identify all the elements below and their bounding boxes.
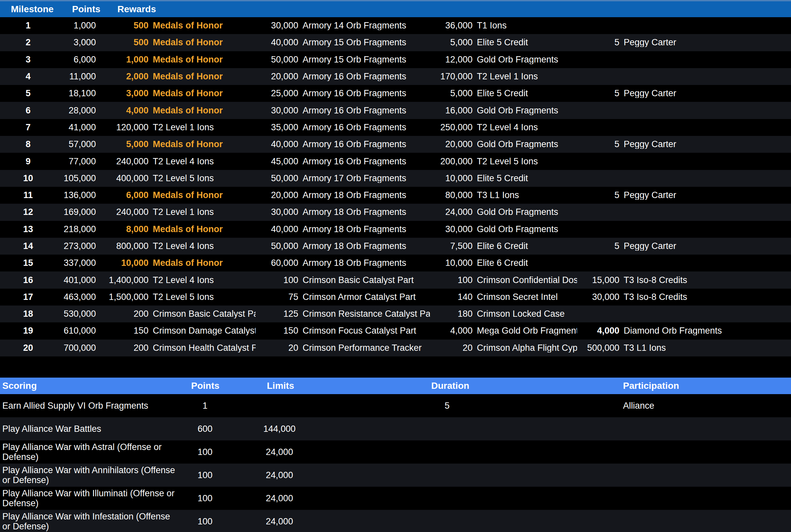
reward-3-label: Elite 5 Credit [473,174,577,183]
reward-2-qty: 20 [256,344,298,353]
scoring-limits: 24,000 [225,516,334,527]
reward-4-qty: 4,000 [577,326,619,335]
reward-4-label: T3 Iso-8 Credits [619,276,791,285]
reward-3-label: Gold Orb Fragments [473,225,577,234]
milestone-row: 2 3,000 500 Medals of Honor 40,000 Armor… [0,34,791,51]
reward-2-label: Armory 16 Orb Fragments [298,106,430,115]
reward-2-label: Crimson Armor Catalyst Part [298,292,430,302]
milestone-points: 3,000 [56,38,96,47]
milestone-number: 12 [0,208,56,216]
reward-2-label: Armory 18 Orb Fragments [298,208,430,216]
reward-2-label: Armory 16 Orb Fragments [298,89,430,98]
milestone-number: 1 [0,21,56,30]
reward-2-qty: 35,000 [256,123,298,132]
milestone-number: 18 [0,309,56,318]
reward-1-qty: 5,000 [96,140,149,149]
reward-2-label: Armory 16 Orb Fragments [298,157,430,166]
scoring-activity: Play Alliance War Battles [0,424,176,434]
reward-3-label: Gold Orb Fragments [473,106,577,115]
reward-3-qty: 36,000 [430,21,473,30]
scoring-points: 100 [185,447,225,457]
reward-4-qty: 5 [577,140,619,149]
milestone-number: 15 [0,259,56,267]
reward-2-label: Crimson Focus Catalyst Part [298,326,430,335]
reward-3-qty: 140 [430,292,473,302]
reward-2-qty: 20,000 [256,191,298,200]
header-duration: Duration [431,381,469,391]
reward-1-qty: 3,000 [96,89,149,98]
reward-1-qty: 1,500,000 [96,292,149,302]
header-limits: Limits [267,381,294,391]
reward-3-qty: 250,000 [430,123,473,132]
reward-1-label: Medals of Honor [149,259,256,267]
milestone-number: 17 [0,292,56,302]
milestone-row: 10 105,000 400,000 T2 Level 5 Ions 50,00… [0,170,791,187]
reward-2-qty: 75 [256,292,298,302]
scoring-participation: Alliance [560,401,791,411]
reward-1-qty: 240,000 [96,208,149,216]
reward-2-qty: 40,000 [256,225,298,234]
reward-3-label: Crimson Alpha Flight Cyphers [473,344,577,353]
milestone-points: 401,000 [56,276,96,285]
reward-2-label: Crimson Resistance Catalyst Part [298,309,430,318]
milestone-points: 41,000 [56,123,96,132]
scoring-activity: Earn Allied Supply VI Orb Fragments [0,401,176,411]
scoring-activity: Play Alliance War with Illuminati (Offen… [0,488,176,508]
reward-4-label: T3 L1 Ions [619,344,791,353]
milestone-number: 6 [0,106,56,115]
reward-2-qty: 100 [256,276,298,285]
milestone-number: 4 [0,72,56,81]
reward-1-qty: 150 [96,326,149,335]
reward-3-qty: 20,000 [430,140,473,149]
reward-3-label: T3 L1 Ions [473,191,577,200]
reward-3-label: Elite 6 Credit [473,242,577,251]
reward-1-qty: 10,000 [96,259,149,267]
reward-3-qty: 180 [430,309,473,318]
milestone-points: 57,000 [56,140,96,149]
reward-1-qty: 400,000 [96,174,149,183]
reward-2-label: Armory 18 Orb Fragments [298,242,430,251]
scoring-activity: Play Alliance War with Annihilators (Off… [0,465,176,485]
reward-3-label: Gold Orb Fragments [473,55,577,64]
scoring-points: 600 [185,424,225,434]
header-scoring: Scoring [2,381,37,391]
milestone-row: 5 18,100 3,000 Medals of Honor 25,000 Ar… [0,85,791,102]
scoring-row: Play Alliance War Battles 600 144,000 [0,417,791,440]
reward-4-qty: 5 [577,38,619,47]
reward-3-label: Crimson Locked Case [473,309,577,318]
scoring-table-body: Earn Allied Supply VI Orb Fragments 1 5 … [0,394,791,532]
reward-3-label: Elite 5 Credit [473,89,577,98]
reward-1-label: T2 Level 5 Ions [149,292,256,302]
reward-1-label: Medals of Honor [149,55,256,64]
milestone-number: 13 [0,225,56,234]
scoring-limits: 24,000 [225,470,334,480]
milestone-row: 4 11,000 2,000 Medals of Honor 20,000 Ar… [0,68,791,85]
reward-4-label: Peggy Carter [619,191,791,200]
reward-2-label: Armory 18 Orb Fragments [298,259,430,267]
reward-3-label: Elite 5 Credit [473,38,577,47]
milestone-row: 12 169,000 240,000 T2 Level 1 Ions 30,00… [0,204,791,221]
reward-2-label: Armory 18 Orb Fragments [298,191,430,200]
reward-1-label: Medals of Honor [149,38,256,47]
reward-1-label: T2 Level 4 Ions [149,242,256,251]
reward-2-qty: 25,000 [256,89,298,98]
scoring-points: 1 [185,401,225,411]
milestone-points: 530,000 [56,309,96,318]
reward-3-qty: 16,000 [430,106,473,115]
reward-3-qty: 5,000 [430,38,473,47]
reward-3-label: T2 Level 4 Ions [473,123,577,132]
milestone-row: 9 77,000 240,000 T2 Level 4 Ions 45,000 … [0,153,791,170]
reward-4-label: Peggy Carter [619,242,791,251]
reward-1-label: Medals of Honor [149,106,256,115]
milestone-number: 2 [0,38,56,47]
milestone-row: 1 1,000 500 Medals of Honor 30,000 Armor… [0,17,791,34]
milestone-number: 9 [0,157,56,166]
reward-2-qty: 40,000 [256,38,298,47]
reward-2-qty: 30,000 [256,208,298,216]
reward-2-label: Armory 15 Orb Fragments [298,38,430,47]
milestone-row: 6 28,000 4,000 Medals of Honor 30,000 Ar… [0,102,791,119]
milestone-row: 18 530,000 200 Crimson Basic Catalyst Pa… [0,305,791,322]
reward-2-qty: 30,000 [256,21,298,30]
reward-4-qty: 500,000 [577,344,619,353]
reward-4-label: T3 Iso-8 Credits [619,292,791,302]
